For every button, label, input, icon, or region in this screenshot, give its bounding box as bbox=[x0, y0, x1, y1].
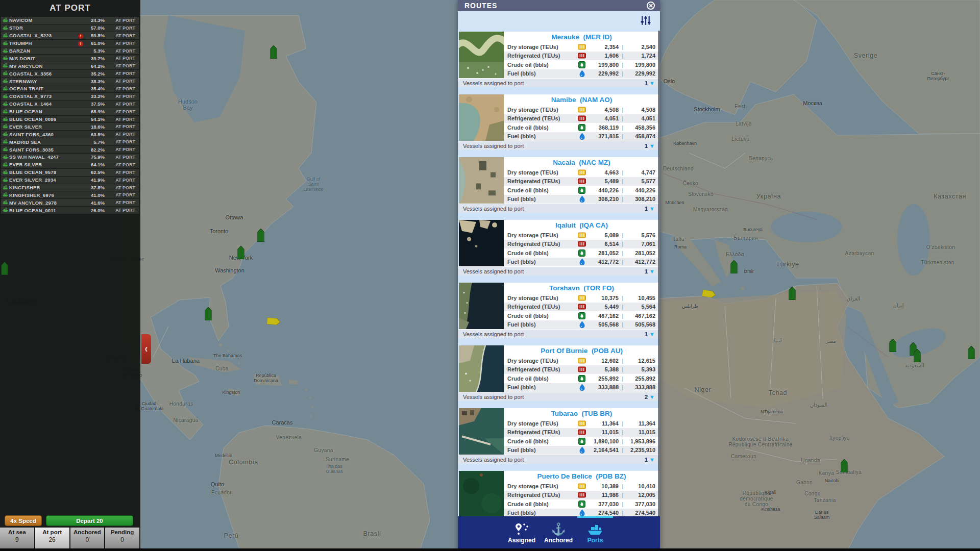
speed-button[interactable]: 4x Speed bbox=[5, 515, 42, 526]
port-thumbnail[interactable] bbox=[459, 94, 504, 141]
vessel-row[interactable]: SS W.H NAVAL_424775.9%AT PORT bbox=[1, 154, 139, 161]
ship-icon bbox=[1, 192, 9, 198]
vessel-row[interactable]: STOR57.0%AT PORT bbox=[1, 24, 139, 32]
vessel-marker-green[interactable] bbox=[789, 287, 796, 302]
chevron-down-icon: ▼ bbox=[649, 331, 655, 337]
vessel-row[interactable]: M/S DORIT39.7%AT PORT bbox=[1, 55, 139, 62]
vessel-marker-green[interactable] bbox=[205, 307, 212, 322]
fuel-drop-icon bbox=[577, 258, 587, 265]
port-name[interactable]: Torshavn (TOR FO) bbox=[504, 283, 659, 293]
value-separator: | bbox=[619, 107, 627, 113]
vessel-row[interactable]: NAVICOM24.3%AT PORT bbox=[1, 17, 139, 24]
vessels-assigned-row[interactable]: Vessels assigned to port2▼ bbox=[458, 392, 659, 401]
port-thumbnail[interactable] bbox=[459, 471, 504, 516]
vessel-marker-yellow[interactable] bbox=[271, 315, 277, 330]
resource-current-value: 281,052 bbox=[587, 250, 619, 256]
vessel-marker-green[interactable] bbox=[841, 459, 848, 474]
tab-ports[interactable]: Ports bbox=[577, 520, 614, 544]
vessel-marker-green[interactable] bbox=[271, 45, 277, 61]
tab-anchored[interactable]: ⚓Anchored bbox=[540, 520, 577, 544]
stat-pending[interactable]: Pending0 bbox=[105, 528, 139, 549]
resource-row: Refrigerated (TEUs)5,388|5,393 bbox=[504, 365, 659, 374]
vessel-row[interactable]: BLUE OCEAN_001126.0%AT PORT bbox=[1, 207, 139, 214]
vessel-status: AT PORT bbox=[107, 26, 139, 31]
stat-label: Anchored bbox=[70, 529, 105, 535]
port-thumbnail[interactable] bbox=[459, 408, 504, 455]
port-name[interactable]: Namibe (NAM AO) bbox=[504, 94, 659, 105]
scrollbar[interactable] bbox=[658, 31, 660, 516]
map-label: Санкт- Петербург bbox=[927, 71, 949, 82]
vessel-row[interactable]: COASTAL X_977333.2%AT PORT bbox=[1, 93, 139, 100]
vessel-row[interactable]: SAINT FORS_436063.5%AT PORT bbox=[1, 131, 139, 138]
vessels-assigned-row[interactable]: Vessels assigned to port1▼ bbox=[458, 329, 659, 338]
vessel-marker-green[interactable] bbox=[968, 346, 975, 361]
vessel-row[interactable]: BLUE OCEAN_008654.1%AT PORT bbox=[1, 116, 139, 123]
port-name[interactable]: Tubarao (TUB BR) bbox=[504, 408, 659, 419]
vessel-row[interactable]: EVER SILVER_203441.9%AT PORT bbox=[1, 177, 139, 184]
port-name[interactable]: Merauke (MER ID) bbox=[504, 32, 659, 42]
assigned-count: 1 bbox=[645, 143, 648, 149]
vessels-assigned-row[interactable]: Vessels assigned to port1▼ bbox=[458, 204, 659, 213]
vessel-row[interactable]: MADRID SEA5.7%AT PORT bbox=[1, 138, 139, 145]
value-separator: | bbox=[619, 169, 627, 176]
value-separator: | bbox=[619, 115, 627, 121]
vessel-row[interactable]: MV ANCYLON64.2%AT PORT bbox=[1, 62, 139, 69]
vessel-row[interactable]: SAINT FORS_303582.2%AT PORT bbox=[1, 146, 139, 153]
close-icon[interactable]: ✕ bbox=[647, 2, 655, 10]
vessel-row[interactable]: COASTAL X_5223!59.8%AT PORT bbox=[1, 32, 139, 39]
port-thumbnail[interactable] bbox=[459, 345, 504, 392]
vessel-row[interactable]: STERNWAY38.3%AT PORT bbox=[1, 78, 139, 85]
vessel-name: COASTAL X_1464 bbox=[9, 101, 78, 107]
map-label: Venezuela bbox=[276, 435, 302, 440]
port-name[interactable]: Puerto De Belice (PDB BZ) bbox=[504, 471, 659, 482]
vessel-row[interactable]: KINGFISHER37.8%AT PORT bbox=[1, 184, 139, 191]
map-label: Türkmenistan bbox=[921, 260, 954, 265]
vessels-assigned-row[interactable]: Vessels assigned to port1▼ bbox=[458, 141, 659, 150]
resource-current-value: 1,606 bbox=[587, 53, 619, 59]
vessel-row[interactable]: TRIUMPH!61.0%AT PORT bbox=[1, 40, 139, 47]
vessel-marker-green[interactable] bbox=[2, 262, 8, 277]
vessel-row[interactable]: BLUE OCEAN_957862.5%AT PORT bbox=[1, 169, 139, 176]
ship-icon bbox=[1, 55, 9, 61]
port-name[interactable]: Port Of Burnie (POB AU) bbox=[504, 345, 659, 356]
stat-at-sea[interactable]: At sea9 bbox=[0, 528, 34, 549]
vessel-marker-green[interactable] bbox=[731, 260, 738, 276]
port-thumbnail[interactable] bbox=[459, 157, 504, 204]
vessel-load-percent: 37.5% bbox=[85, 101, 107, 107]
vessel-row[interactable]: EVER SILVER18.6%AT PORT bbox=[1, 123, 139, 130]
vessel-row[interactable]: EVER SILVER64.1%AT PORT bbox=[1, 161, 139, 168]
map-label: Caracas bbox=[272, 419, 293, 425]
sidebar-collapse-button[interactable]: ‹ bbox=[141, 334, 151, 364]
vessel-marker-green[interactable] bbox=[258, 229, 264, 244]
resource-row: Refrigerated (TEUs)5,449|5,564 bbox=[504, 303, 659, 312]
vessel-status: AT PORT bbox=[107, 139, 139, 144]
vessel-marker-green[interactable] bbox=[238, 246, 244, 261]
port-thumbnail[interactable] bbox=[459, 32, 504, 78]
vessel-marker-green[interactable] bbox=[890, 339, 896, 354]
vessel-name: BARZAN bbox=[9, 48, 78, 54]
vessel-row[interactable]: KINGFISHER_697641.0%AT PORT bbox=[1, 191, 139, 198]
vessels-assigned-row[interactable]: Vessels assigned to port1▼ bbox=[458, 78, 659, 87]
vessels-assigned-row[interactable]: Vessels assigned to port1▼ bbox=[458, 266, 659, 276]
depart-button[interactable]: Depart 20 bbox=[46, 515, 133, 526]
vessel-marker-green[interactable] bbox=[914, 349, 921, 364]
map-label: N'Djaména bbox=[761, 410, 783, 415]
port-name[interactable]: Nacala (NAC MZ) bbox=[504, 157, 659, 168]
stat-at-port[interactable]: At port26 bbox=[35, 528, 69, 549]
vessel-row[interactable]: MV ANCYLON_297841.6%AT PORT bbox=[1, 199, 139, 206]
vessel-marker-yellow[interactable] bbox=[706, 287, 713, 303]
port-name[interactable]: Iqaluit (IQA CA) bbox=[504, 220, 659, 231]
stat-anchored[interactable]: Anchored0 bbox=[70, 528, 105, 549]
vessels-assigned-row[interactable]: Vessels assigned to port1▼ bbox=[458, 455, 659, 464]
vessel-row[interactable]: OCEAN TRAIT35.4%AT PORT bbox=[1, 85, 139, 92]
tab-assigned[interactable]: Assigned bbox=[503, 520, 540, 544]
value-separator: | bbox=[619, 133, 627, 139]
filter-sliders-icon[interactable] bbox=[640, 14, 652, 29]
port-thumbnail[interactable] bbox=[459, 220, 504, 266]
vessel-row[interactable]: COASTAL X_146437.5%AT PORT bbox=[1, 101, 139, 108]
vessel-row[interactable]: BLUE OCEAN68.9%AT PORT bbox=[1, 108, 139, 115]
vessel-row[interactable]: COASTAL X_335635.2%AT PORT bbox=[1, 70, 139, 77]
port-thumbnail[interactable] bbox=[459, 283, 504, 329]
vessel-row[interactable]: BARZAN5.3%AT PORT bbox=[1, 47, 139, 55]
map-label: Україна bbox=[756, 193, 781, 201]
